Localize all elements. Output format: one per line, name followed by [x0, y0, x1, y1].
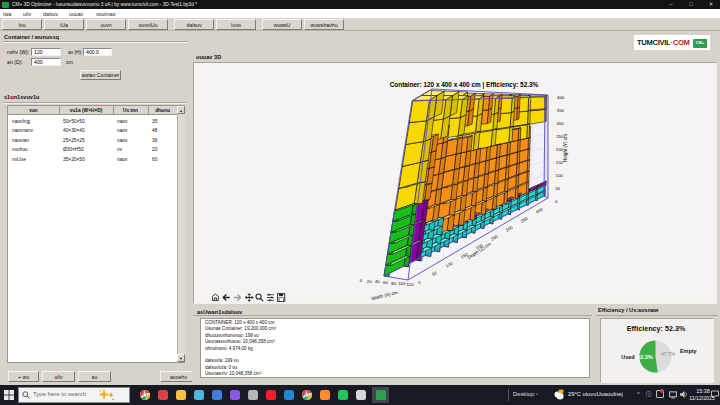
svg-text:300: 300 — [557, 121, 565, 126]
svg-text:0: 0 — [360, 278, 363, 283]
svg-text:300: 300 — [505, 224, 514, 232]
svg-text:20: 20 — [367, 279, 372, 284]
svg-text:120: 120 — [406, 282, 414, 287]
svg-text:50: 50 — [555, 186, 560, 191]
svg-text:60: 60 — [383, 280, 388, 285]
svg-text:250: 250 — [490, 233, 499, 241]
svg-text:Height (Y) cm: Height (Y) cm — [563, 134, 568, 162]
svg-text:0: 0 — [555, 199, 558, 204]
svg-text:350: 350 — [557, 108, 565, 113]
svg-text:350: 350 — [520, 215, 529, 223]
svg-text:Width (X) cm: Width (X) cm — [371, 290, 398, 301]
svg-text:100: 100 — [398, 281, 406, 286]
svg-text:40: 40 — [375, 279, 380, 284]
svg-text:100: 100 — [556, 173, 564, 178]
svg-text:Container: 120 x 400 x 400 cm: Container: 120 x 400 x 400 cm | Efficien… — [390, 81, 539, 89]
svg-text:0: 0 — [417, 280, 422, 286]
svg-text:400: 400 — [557, 95, 565, 100]
svg-text:100: 100 — [445, 260, 454, 268]
svg-text:400: 400 — [535, 206, 544, 214]
svg-text:50: 50 — [431, 270, 438, 277]
svg-text:80: 80 — [391, 281, 396, 286]
